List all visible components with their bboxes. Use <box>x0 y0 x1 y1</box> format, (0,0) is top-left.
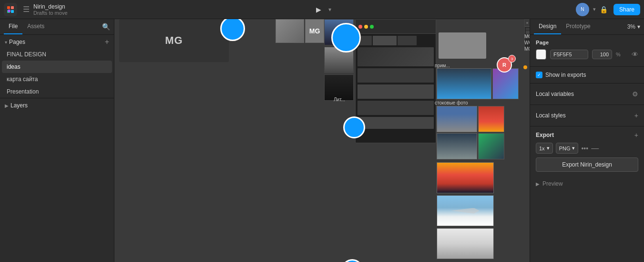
blue-cursor-1 <box>220 19 245 41</box>
svg-rect-1 <box>11 6 14 9</box>
export-format-dropdown[interactable]: PNG ▾ <box>556 143 579 154</box>
figma-logo-button[interactable] <box>4 3 17 16</box>
export-scale-dropdown[interactable]: 1x ▾ <box>536 143 553 154</box>
export-file-button[interactable]: Export Nirin_design <box>536 157 638 172</box>
file-subtitle: Drafts to move <box>33 10 68 16</box>
pages-section-header[interactable]: ▾ Pages + <box>0 35 114 48</box>
page-bg-hex-input[interactable] <box>550 50 588 59</box>
frame-drink <box>478 106 504 132</box>
user-avatar[interactable]: N <box>576 3 589 16</box>
page-opacity-input[interactable] <box>592 50 612 59</box>
pages-list: FINAL DESIGN ideas карта сайта Presentat… <box>0 48 114 98</box>
percent-label: % <box>616 52 621 57</box>
lock-icon[interactable]: 🔒 <box>600 6 608 13</box>
page-section-title: Page <box>536 40 638 45</box>
frame-landscape-2 <box>492 68 519 99</box>
topbar: ☰ Nirin_design Drafts to move ▶ ▾ N ▾ 🔒 … <box>0 0 644 19</box>
svg-rect-0 <box>7 6 10 9</box>
show-exports-label: Show in exports <box>545 72 586 78</box>
tab-file[interactable]: File <box>4 19 22 34</box>
scale-chevron: ▾ <box>547 145 550 151</box>
add-local-style-button[interactable]: + <box>634 112 638 119</box>
canvas-background[interactable]: MG MG <box>114 19 530 262</box>
export-more-options-button[interactable]: ••• <box>581 145 588 152</box>
visibility-toggle-button[interactable]: 👁 <box>632 51 638 58</box>
tab-design[interactable]: Design <box>534 19 561 34</box>
topbar-right: N ▾ 🔒 Share <box>576 3 640 16</box>
show-exports-checkbox[interactable]: ✓ <box>536 72 542 78</box>
frame-person <box>437 133 477 159</box>
local-styles-label: Local styles <box>536 112 566 119</box>
frame-ui-mockup <box>355 19 436 143</box>
page-bg-row: % 👁 <box>536 49 638 60</box>
canvas-area[interactable]: MG MG <box>114 19 530 262</box>
local-styles-row: Local styles + <box>536 110 638 121</box>
page-item-presentation[interactable]: Presentation <box>2 85 112 98</box>
remove-export-button[interactable]: — <box>591 144 599 153</box>
frame-sunset <box>437 162 494 193</box>
export-format-value: PNG <box>559 146 571 151</box>
add-export-button[interactable]: + <box>634 131 638 139</box>
zoom-control[interactable]: 3% ▾ <box>627 23 640 30</box>
local-variables-section: Local variables ⚙ <box>530 84 644 105</box>
file-title: Nirin_design <box>33 3 68 10</box>
topbar-center: ▶ ▾ <box>312 3 331 16</box>
frame-mg-text: MG <box>305 19 324 43</box>
add-page-button[interactable]: + <box>105 38 109 46</box>
show-exports-section: ✓ Show in exports <box>530 67 644 84</box>
layers-section-header[interactable]: ▶ Layers <box>0 98 114 113</box>
blue-cursor-4 <box>341 259 363 262</box>
canvas-label-mowo: MO WO MG <box>524 33 530 52</box>
blue-cursor-3 <box>343 116 365 138</box>
local-variables-icon-button[interactable]: ⚙ <box>632 90 638 98</box>
topbar-left: ☰ Nirin_design Drafts to move <box>4 3 68 16</box>
share-button[interactable]: Share <box>613 4 640 15</box>
preview-section[interactable]: ▶ Preview <box>530 177 644 191</box>
export-title: Export <box>536 132 554 138</box>
tab-prototype[interactable]: Prototype <box>561 19 595 34</box>
frame-photo-1 <box>276 19 304 43</box>
search-button[interactable]: 🔍 <box>102 19 110 34</box>
toggle-sidebar-button[interactable]: ☰ <box>23 5 30 14</box>
preview-label: Preview <box>542 180 563 187</box>
zoom-chevron: ▾ <box>637 23 640 30</box>
page-item-ideas[interactable]: ideas <box>2 61 112 73</box>
play-button[interactable]: ▶ <box>312 3 326 16</box>
avatar-chevron[interactable]: ▾ <box>593 6 596 12</box>
format-chevron: ▾ <box>572 145 575 151</box>
main-area: File Assets 🔍 ▾ Pages + FINAL DESIGN ide… <box>0 19 644 262</box>
export-header: Export + <box>536 131 638 139</box>
local-variables-label: Local variables <box>536 91 574 97</box>
canvas-label-stock: стоковые фото <box>435 100 468 105</box>
collab-dot-orange <box>523 65 527 69</box>
canvas-label-lit: Лит... <box>334 97 345 102</box>
page-bg-color-swatch[interactable] <box>536 49 546 60</box>
collab-badge-count: 3 <box>508 55 516 63</box>
tab-assets[interactable]: Assets <box>22 19 49 34</box>
share-label: Share <box>619 6 634 13</box>
export-section: Export + 1x ▾ PNG ▾ ••• — Export Nirin_d… <box>530 126 644 177</box>
layers-toggle-icon: ▶ <box>5 103 9 108</box>
frame-landscape-1 <box>437 68 491 99</box>
frame-bridge <box>437 106 477 132</box>
export-scale-value: 1x <box>539 146 545 151</box>
frame-airplane <box>437 195 494 226</box>
right-sidebar: Design Prototype 3% ▾ Page % 👁 <box>530 19 644 262</box>
page-section: Page % 👁 <box>530 35 644 67</box>
page-item-karta-sayta[interactable]: карта сайта <box>2 73 112 85</box>
file-title-area[interactable]: Nirin_design Drafts to move <box>33 3 68 16</box>
frame-interior <box>437 228 494 259</box>
preview-chevron-icon: ▶ <box>536 181 540 187</box>
local-styles-section: Local styles + <box>530 105 644 126</box>
canvas-label-prim: прим... <box>435 63 450 68</box>
page-item-final-design[interactable]: FINAL DESIGN <box>2 48 112 61</box>
left-sidebar: File Assets 🔍 ▾ Pages + FINAL DESIGN ide… <box>0 19 114 262</box>
pages-label: Pages <box>9 39 25 45</box>
play-chevron[interactable]: ▾ <box>328 6 331 13</box>
right-tabs: Design Prototype 3% ▾ <box>530 19 644 35</box>
section-toggle-icon: ▾ <box>5 40 7 45</box>
layers-label: Layers <box>10 102 28 109</box>
blue-cursor-2 <box>331 23 361 52</box>
canvas-frame-mg: MG <box>119 19 229 62</box>
svg-point-4 <box>8 10 10 12</box>
